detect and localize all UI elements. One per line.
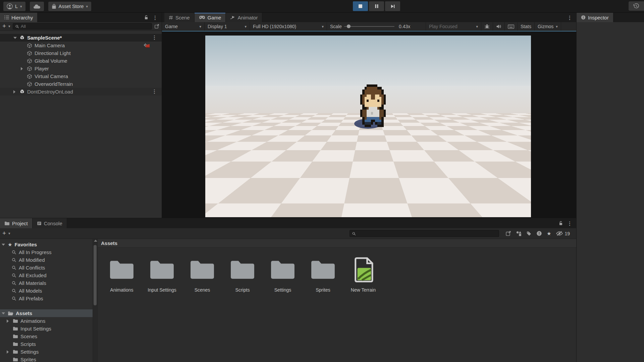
tree-scrollbar[interactable]: [93, 239, 97, 362]
gameobject-cube-icon: [27, 81, 32, 87]
collapse-arrow-icon[interactable]: [2, 312, 5, 314]
asset-tile-scripts[interactable]: Scripts: [225, 256, 260, 293]
assets-tree-item-scenes[interactable]: Scenes: [0, 333, 93, 340]
hierarchy-item-player[interactable]: Player: [0, 65, 162, 72]
expand-arrow-icon[interactable]: [21, 67, 23, 70]
stats-toggle[interactable]: Stats: [518, 22, 535, 31]
tab-game[interactable]: Game: [195, 13, 226, 22]
expand-arrow-icon[interactable]: [7, 319, 9, 323]
tab-hierarchy[interactable]: Hierarchy: [0, 13, 38, 22]
kebab-menu-icon[interactable]: ⋮: [152, 89, 157, 94]
cloud-services-button[interactable]: [30, 2, 44, 11]
asset-tile-sprites[interactable]: Sprites: [306, 256, 340, 293]
item-label: SampleScene*: [27, 35, 62, 41]
hierarchy-item-samplescene[interactable]: SampleScene*⋮: [0, 34, 162, 42]
open-search-window-icon[interactable]: [505, 231, 511, 236]
kebab-menu-icon[interactable]: ⋮: [567, 15, 572, 20]
game-render[interactable]: [205, 36, 531, 217]
add-object-button[interactable]: +: [2, 23, 6, 29]
assets-tree-item-settings[interactable]: Settings: [0, 348, 93, 356]
favorites-item-all-prefabs[interactable]: All Prefabs: [0, 295, 93, 302]
resolution-dropdown[interactable]: Full HD (644x362) ▾: [250, 22, 327, 31]
hierarchy-item-global-volume[interactable]: Global Volume: [0, 57, 162, 65]
kebab-menu-icon[interactable]: ⋮: [153, 15, 158, 20]
favorites-item-all-materials[interactable]: All Materials: [0, 279, 93, 287]
display-dropdown[interactable]: Display 1 ▾: [205, 22, 250, 31]
folder-icon: [229, 256, 256, 283]
tab-console[interactable]: Console: [33, 218, 67, 228]
project-search-input[interactable]: [358, 231, 497, 236]
search-icon: [15, 24, 19, 28]
hierarchy-item-dontdestroyonload[interactable]: DontDestroyOnLoad⋮: [0, 88, 162, 96]
play-stop-button[interactable]: [353, 1, 368, 11]
create-asset-button[interactable]: +: [2, 230, 6, 236]
scrollbar-thumb[interactable]: [94, 245, 97, 305]
tab-animator[interactable]: Animator: [226, 13, 262, 22]
chevron-down-icon: ▾: [322, 25, 324, 28]
play-focused-dropdown[interactable]: Play Focused ▾: [426, 22, 481, 31]
project-search[interactable]: [350, 230, 499, 237]
collapse-arrow-icon[interactable]: [2, 244, 5, 246]
asset-tile-scenes[interactable]: Scenes: [185, 256, 220, 293]
hidden-count: 19: [565, 231, 570, 236]
open-search-window-icon[interactable]: [154, 24, 159, 29]
mute-audio-toggle[interactable]: [493, 22, 505, 31]
gizmos-dropdown[interactable]: Gizmos ▾: [535, 22, 561, 31]
assets-tree-item-input-settings[interactable]: Input Settings: [0, 325, 93, 333]
gameobject-cube-icon: [27, 74, 32, 79]
chevron-down-icon[interactable]: ▾: [8, 232, 10, 235]
search-by-label-icon[interactable]: [526, 231, 532, 236]
lock-icon[interactable]: [144, 15, 148, 20]
tab-label: Inspector: [588, 15, 609, 20]
hierarchy-search-input[interactable]: [21, 24, 150, 29]
asset-tile-animations[interactable]: Animations: [104, 256, 139, 293]
hierarchy-item-directional-light[interactable]: Directional Light: [0, 49, 162, 57]
collapse-arrow-icon[interactable]: [13, 37, 17, 39]
assets-tree-item-scripts[interactable]: Scripts: [0, 340, 93, 348]
item-label: Animations: [20, 318, 45, 324]
debug-toggle[interactable]: [481, 22, 493, 31]
scale-slider[interactable]: [344, 26, 394, 27]
play-focused-value: Play Focused: [429, 24, 458, 29]
scale-slider-knob[interactable]: [347, 24, 351, 28]
favorites-item-all-conflicts[interactable]: All Conflicts: [0, 264, 93, 272]
asset-tile-settings[interactable]: Settings: [265, 256, 300, 293]
hidden-items-toggle[interactable]: 19: [556, 231, 570, 236]
star-icon: ★: [8, 242, 12, 247]
step-button[interactable]: [385, 1, 400, 11]
favorites-item-all-in-progress[interactable]: All In Progress: [0, 248, 93, 256]
view-mode-dropdown[interactable]: Game ▾: [162, 22, 205, 31]
favorites-item-all-excluded[interactable]: All Excluded: [0, 272, 93, 279]
hierarchy-item-virtual-camera[interactable]: Virtual Camera: [0, 72, 162, 80]
account-button[interactable]: L ▾: [3, 2, 25, 11]
tab-label: Hierarchy: [11, 15, 33, 20]
asset-tile-new-terrain[interactable]: New Terrain: [346, 256, 381, 293]
assets-root-item[interactable]: Assets: [0, 309, 93, 317]
assets-tree-item-animations[interactable]: Animations: [0, 317, 93, 325]
tab-inspector[interactable]: Inspector: [577, 13, 613, 22]
kebab-menu-icon[interactable]: ⋮: [567, 221, 572, 226]
assets-tree-item-sprites[interactable]: Sprites: [0, 356, 93, 362]
lock-icon[interactable]: [559, 221, 563, 226]
pause-button[interactable]: [369, 1, 384, 11]
onscreen-keyboard-toggle[interactable]: [505, 22, 518, 31]
tab-project[interactable]: Project: [0, 218, 33, 228]
hierarchy-search[interactable]: [13, 23, 152, 29]
favorites-section[interactable]: ★Favorites: [0, 241, 93, 248]
undo-history-button[interactable]: [629, 1, 644, 11]
expand-arrow-icon[interactable]: [13, 90, 15, 94]
alert-icon[interactable]: [536, 231, 542, 236]
tab-scene[interactable]: Scene: [164, 13, 195, 22]
kebab-menu-icon[interactable]: ⋮: [152, 35, 157, 40]
hierarchy-item-main-camera[interactable]: Main Camera: [0, 42, 162, 49]
scroll-up-icon[interactable]: [94, 240, 97, 242]
expand-arrow-icon[interactable]: [7, 350, 9, 354]
search-by-type-icon[interactable]: [516, 231, 522, 236]
asset-store-button[interactable]: Asset Store ▾: [48, 2, 91, 11]
favorites-item-all-models[interactable]: All Models: [0, 287, 93, 295]
asset-tile-input-settings[interactable]: Input Settings: [145, 256, 179, 293]
favorites-item-all-modified[interactable]: All Modified: [0, 256, 93, 264]
hierarchy-item-overworldterrain[interactable]: OverworldTerrain: [0, 80, 162, 88]
favorites-star-icon[interactable]: ★: [547, 231, 551, 236]
chevron-down-icon[interactable]: ▾: [8, 24, 10, 28]
